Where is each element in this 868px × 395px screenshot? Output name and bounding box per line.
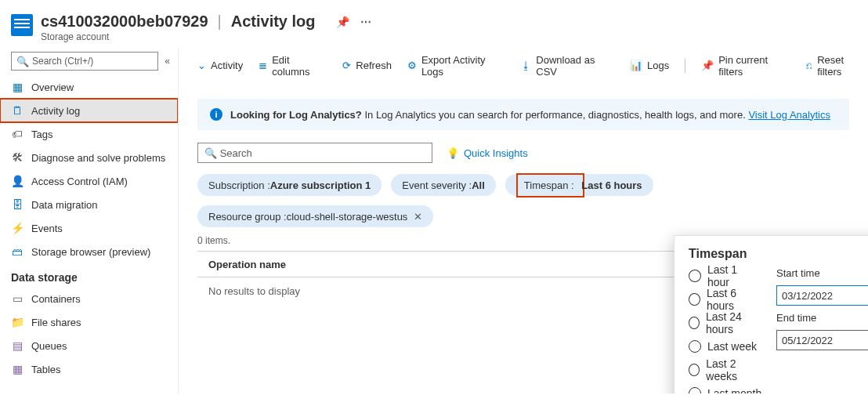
- sidebar-search-input[interactable]: 🔍 Search (Ctrl+/): [11, 52, 158, 71]
- sidebar-item-events[interactable]: ⚡Events: [0, 216, 178, 240]
- quick-insights-button[interactable]: 💡 Quick Insights: [447, 147, 528, 159]
- sidebar-item-tables[interactable]: ▦Tables: [0, 357, 178, 381]
- sidebar-item-storage-browser[interactable]: 🗃Storage browser (preview): [0, 240, 178, 263]
- radio-last-month[interactable]: Last month: [689, 385, 762, 393]
- resource-type: Storage account: [41, 31, 868, 42]
- radio-last-24-hours[interactable]: Last 24 hours: [689, 314, 762, 332]
- filter-pill-resource-group[interactable]: Resource group : cloud-shell-storage-wes…: [197, 205, 433, 227]
- columns-icon: ≣: [259, 60, 267, 71]
- sidebar-item-diagnose[interactable]: 🛠Diagnose and solve problems: [0, 146, 178, 169]
- page-title: cs410032000beb07929 | Activity log 📌 ⋯: [41, 13, 868, 31]
- info-banner-body: In Log Analytics you can search for perf…: [364, 109, 745, 121]
- radio-last-2-weeks[interactable]: Last 2 weeks: [689, 361, 762, 379]
- data-migration-icon: 🗄: [11, 198, 24, 211]
- start-time-label: Start time: [776, 267, 868, 279]
- radio-last-1-hour[interactable]: Last 1 hour: [689, 267, 762, 284]
- timespan-popup: Timespan Last 1 hour Last 6 hours Last 2…: [674, 235, 868, 393]
- search-input[interactable]: 🔍 Search: [197, 143, 432, 163]
- download-icon: ⭳: [521, 60, 531, 71]
- resource-icon: [11, 14, 33, 36]
- events-icon: ⚡: [11, 222, 24, 234]
- queues-icon: ▤: [11, 339, 24, 352]
- visit-log-analytics-link[interactable]: Visit Log Analytics: [748, 109, 830, 121]
- refresh-icon: ⟳: [342, 60, 351, 71]
- sidebar-section-data-storage: Data storage: [0, 263, 178, 287]
- logs-icon: 📊: [630, 60, 642, 71]
- reset-filters-button[interactable]: ⎌Reset filters: [806, 54, 868, 78]
- toolbar-separator: [685, 59, 685, 73]
- activity-log-icon: 🗒: [11, 104, 24, 117]
- radio-last-week[interactable]: Last week: [689, 338, 762, 355]
- pin-icon[interactable]: 📌: [336, 16, 349, 28]
- end-date-input[interactable]: 05/12/2022📅: [776, 330, 868, 350]
- sidebar-item-overview[interactable]: ▦Overview: [0, 75, 178, 99]
- title-separator: |: [218, 13, 222, 31]
- radio-last-6-hours[interactable]: Last 6 hours: [689, 291, 762, 308]
- download-csv-button[interactable]: ⭳Download as CSV: [521, 54, 614, 78]
- search-icon: 🔍: [16, 56, 29, 67]
- sidebar-item-data-migration[interactable]: 🗄Data migration: [0, 193, 178, 216]
- edit-columns-button[interactable]: ≣Edit columns: [259, 54, 327, 78]
- activity-dropdown[interactable]: ⌄Activity: [197, 60, 243, 71]
- lightbulb-icon: 💡: [447, 147, 459, 159]
- collapse-sidebar-icon[interactable]: «: [165, 56, 170, 67]
- tables-icon: ▦: [11, 363, 24, 375]
- export-button[interactable]: ⚙Export Activity Logs: [407, 54, 505, 78]
- sidebar-item-activity-log[interactable]: 🗒Activity log: [0, 99, 178, 122]
- chevron-down-icon: ⌄: [197, 60, 206, 71]
- refresh-button[interactable]: ⟳Refresh: [342, 60, 392, 71]
- sidebar-item-file-shares[interactable]: 📁File shares: [0, 310, 178, 334]
- more-icon[interactable]: ⋯: [360, 16, 371, 28]
- tags-icon: 🏷: [11, 128, 24, 140]
- sidebar-item-queues[interactable]: ▤Queues: [0, 334, 178, 357]
- filter-pill-severity[interactable]: Event severity : All: [391, 174, 496, 196]
- end-time-label: End time: [776, 312, 868, 324]
- remove-filter-icon[interactable]: ✕: [414, 211, 422, 223]
- resource-name: cs410032000beb07929: [41, 13, 208, 31]
- overview-icon: ▦: [11, 81, 24, 93]
- diagnose-icon: 🛠: [11, 151, 24, 164]
- reset-icon: ⎌: [806, 60, 812, 71]
- file-shares-icon: 📁: [11, 316, 24, 328]
- sidebar-item-containers[interactable]: ▭Containers: [0, 287, 178, 310]
- search-placeholder: Search: [220, 147, 252, 159]
- filter-pill-timespan[interactable]: Timespan : Last 6 hours: [505, 174, 653, 196]
- start-date-input[interactable]: 03/12/2022📅: [776, 285, 868, 306]
- page-name: Activity log: [231, 13, 316, 31]
- sidebar-search-placeholder: Search (Ctrl+/): [32, 56, 93, 67]
- info-banner: i Looking for Log Analytics? In Log Anal…: [197, 99, 849, 130]
- timespan-label-highlight: Timespan :: [516, 173, 584, 198]
- filter-pill-subscription[interactable]: Subscription : Azure subscription 1: [197, 174, 382, 196]
- column-operation-name: Operation name: [208, 259, 286, 270]
- gear-icon: ⚙: [407, 60, 417, 71]
- containers-icon: ▭: [11, 292, 24, 305]
- access-icon: 👤: [11, 175, 24, 187]
- search-icon: 🔍: [204, 147, 217, 159]
- command-bar: ⌄Activity ≣Edit columns ⟳Refresh ⚙Export…: [197, 49, 868, 83]
- info-banner-lead: Looking for Log Analytics?: [230, 109, 362, 121]
- sidebar-item-tags[interactable]: 🏷Tags: [0, 122, 178, 146]
- storage-browser-icon: 🗃: [11, 245, 24, 258]
- pin-filters-button[interactable]: 📌Pin current filters: [701, 54, 790, 78]
- info-icon: i: [210, 108, 222, 121]
- pin-icon: 📌: [701, 60, 714, 71]
- popup-title: Timespan: [689, 247, 868, 261]
- logs-button[interactable]: 📊Logs: [630, 60, 669, 71]
- sidebar-item-access-control[interactable]: 👤Access Control (IAM): [0, 169, 178, 193]
